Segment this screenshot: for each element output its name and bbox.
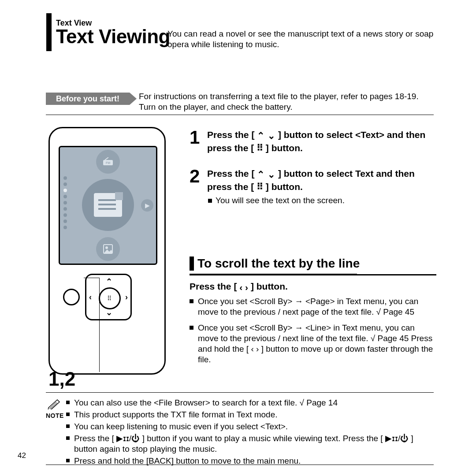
bullet-icon bbox=[66, 413, 70, 416]
page-title: Text Viewing bbox=[56, 26, 170, 47]
list-item: Press the [ ▶ɪɪ/⏻ ] button if you want t… bbox=[66, 433, 434, 454]
step-number: 1 bbox=[190, 129, 203, 154]
bullet-icon bbox=[190, 326, 193, 330]
dpad-left-icon: ‹ bbox=[89, 293, 92, 302]
device-step-callout: 1,2 bbox=[48, 368, 75, 390]
photo-icon bbox=[96, 237, 120, 261]
bullet-icon bbox=[66, 436, 70, 440]
callout-line bbox=[99, 278, 100, 372]
note-label: NOTE bbox=[46, 412, 64, 419]
before-you-start-label: Before you start! bbox=[46, 93, 130, 105]
before-you-start-text: For instructions on transferring a text … bbox=[139, 91, 434, 112]
dpad-up-icon: ⌃ bbox=[106, 277, 112, 286]
bullet-icon bbox=[66, 459, 70, 462]
bullet-icon bbox=[66, 401, 70, 404]
divider bbox=[190, 274, 436, 275]
step-1: 1 Press the [ ⌃ ⌄ ] button to select <Te… bbox=[190, 129, 436, 154]
chevron-up-icon: ⌃ bbox=[257, 168, 265, 181]
subsection-title: To scroll the text by the line bbox=[197, 257, 360, 271]
callout-line bbox=[84, 278, 100, 278]
text-file-icon bbox=[82, 179, 134, 231]
subsection-press-line: Press the [ ‹ › ] button. bbox=[190, 281, 288, 293]
fm-radio-icon: FM bbox=[96, 150, 120, 174]
play-icon: ▶ bbox=[141, 199, 153, 212]
device-illustration: FM ▶ ⌃ ⌄ ‹ › ⠿ bbox=[48, 127, 166, 375]
list-item: You can also use the <File Browser> to s… bbox=[66, 398, 434, 408]
list-item: Once you set <Scroll By> → <Page> in Tex… bbox=[190, 296, 436, 317]
header-accent-bar bbox=[46, 13, 52, 51]
device-dpad: ⌃ ⌄ ‹ › ⠿ bbox=[85, 274, 132, 320]
dpad-center-icon: ⠿ bbox=[99, 287, 121, 309]
dpad-right-icon: › bbox=[125, 293, 128, 302]
svg-point-4 bbox=[105, 246, 108, 249]
chevron-right-icon: › bbox=[245, 282, 248, 293]
divider bbox=[46, 465, 434, 465]
bullet-icon bbox=[208, 199, 212, 203]
note-pencil-icon bbox=[48, 399, 61, 411]
svg-line-1 bbox=[105, 157, 108, 160]
step-subtext: You will see the text on the screen. bbox=[216, 196, 345, 205]
list-item: This product supports the TXT file forma… bbox=[66, 409, 434, 420]
screen-indicator-dots bbox=[63, 174, 67, 232]
divider bbox=[46, 392, 434, 393]
divider bbox=[46, 115, 434, 115]
device-side-button bbox=[63, 289, 80, 305]
svg-text:FM: FM bbox=[106, 161, 110, 164]
list-item: You can keep listening to music even if … bbox=[66, 421, 434, 432]
step-text: Press the [ ⌃ ⌄ ] button to select <Text… bbox=[207, 129, 436, 154]
chevron-down-icon: ⌄ bbox=[268, 168, 275, 181]
bullet-icon bbox=[190, 299, 193, 303]
chevron-up-icon: ⌃ bbox=[257, 130, 265, 142]
page-number: 42 bbox=[18, 451, 26, 460]
bullet-icon bbox=[66, 424, 70, 428]
chevron-left-icon: ‹ bbox=[239, 282, 242, 293]
page-intro: You can read a novel or see the manuscri… bbox=[167, 29, 436, 50]
list-item: Once you set <Scroll By> → <Line> in Tex… bbox=[190, 323, 436, 365]
chevron-down-icon: ⌄ bbox=[268, 130, 275, 142]
step-number: 2 bbox=[190, 167, 203, 193]
step-2: 2 Press the [ ⌃ ⌄ ] button to select Tex… bbox=[190, 167, 436, 205]
step-text: Press the [ ⌃ ⌄ ] button to select Text … bbox=[207, 167, 436, 193]
subsection-accent-bar bbox=[190, 257, 194, 271]
